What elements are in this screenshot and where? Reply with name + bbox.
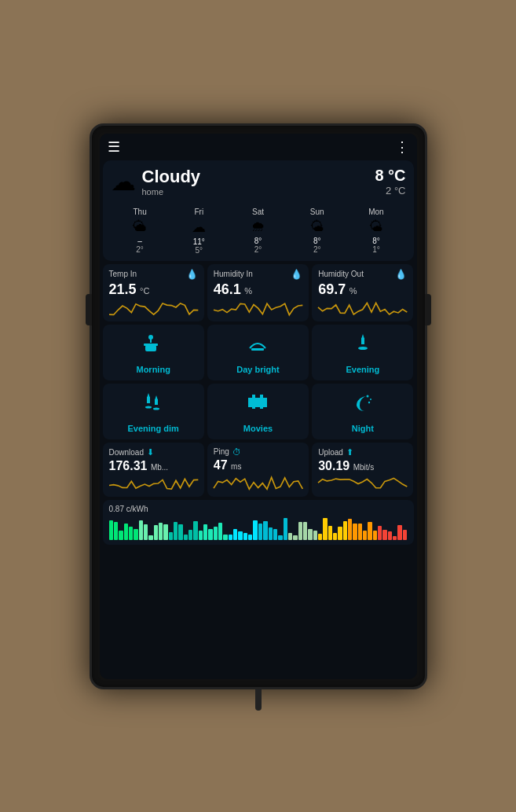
stat-chart [318, 301, 407, 317]
usb-cable [255, 687, 262, 711]
energy-bar [338, 527, 342, 540]
bracket-left [86, 294, 92, 325]
scene-btn-evening[interactable]: Evening [312, 325, 413, 380]
forecast-low: 2° [313, 245, 321, 254]
energy-bar [348, 519, 352, 539]
weather-location: home [142, 187, 201, 197]
stat-icon: 💧 [395, 269, 407, 280]
svg-rect-20 [255, 407, 260, 410]
energy-bar [373, 531, 377, 540]
forecast-icon: 🌤 [310, 219, 324, 235]
stat-label: Humidity Out [318, 270, 364, 278]
stat-unit: °C [140, 286, 149, 296]
weather-condition: Cloudy [142, 167, 201, 187]
forecast-day-name: Sun [310, 208, 324, 216]
tablet-screen: ☰ ⋮ ☁ Cloudy home 8 °C 2 °C Thu 🌥 [100, 134, 417, 679]
forecast-day-name: Fri [194, 208, 203, 216]
stat-card-temp-in: Temp In 💧 21.5 °C [103, 264, 204, 321]
forecast-icon: 🌧 [251, 219, 265, 235]
energy-bar [144, 524, 148, 539]
scene-label-morning: Morning [136, 365, 170, 374]
energy-bar [388, 531, 392, 540]
forecast-high: 11° [193, 237, 205, 246]
energy-bar [258, 524, 262, 540]
energy-bar [114, 522, 118, 539]
net-value: 30.19 [318, 459, 349, 472]
net-icon-ping: ⏱ [232, 447, 241, 457]
stat-label: Temp In [109, 270, 137, 278]
stat-card-humidity-in: Humidity In 💧 46.1 % [207, 264, 309, 321]
stat-value: 69.7 [318, 281, 346, 297]
energy-bar [393, 536, 397, 540]
energy-bar [328, 526, 332, 540]
energy-bar [188, 530, 192, 539]
energy-bar [303, 522, 307, 540]
net-value: 47 [214, 458, 228, 472]
scene-icon-night [352, 391, 374, 419]
net-value: 176.31 [109, 459, 148, 472]
scene-btn-day-bright[interactable]: Day bright [207, 325, 309, 380]
menu-icon[interactable]: ☰ [108, 138, 120, 156]
energy-bar [278, 535, 282, 540]
forecast-low: 5° [196, 246, 203, 255]
energy-bar [139, 520, 143, 540]
energy-bar [248, 535, 252, 540]
energy-bars [109, 516, 408, 540]
forecast-day-mon: Mon 🌤 8° 1° [346, 208, 405, 255]
svg-rect-19 [255, 395, 260, 398]
svg-rect-16 [263, 395, 267, 398]
svg-rect-1 [144, 344, 158, 346]
scene-label-night: Night [352, 424, 374, 433]
forecast-day-thu: Thu 🌥 – 2° [111, 208, 170, 255]
forecast-low: 1° [372, 245, 380, 254]
weather-section: ☁ Cloudy home 8 °C 2 °C Thu 🌥 – 2° Fri ☁… [103, 160, 414, 261]
svg-rect-18 [263, 407, 267, 410]
net-chart [318, 476, 407, 492]
svg-point-10 [145, 406, 152, 408]
energy-bar [403, 530, 407, 539]
energy-bar [333, 533, 337, 540]
forecast-icon: 🌤 [369, 219, 383, 235]
energy-bar [174, 522, 177, 539]
weather-temp-main: 8 °C [375, 167, 405, 185]
stat-card-humidity-out: Humidity Out 💧 69.7 % [312, 264, 413, 321]
stat-value: 21.5 [109, 281, 137, 297]
net-chart [214, 476, 302, 491]
scene-btn-night[interactable]: Night [312, 384, 413, 439]
energy-bar [233, 529, 237, 540]
energy-bar [163, 524, 167, 539]
svg-point-23 [368, 401, 370, 402]
forecast-high: 8° [313, 237, 321, 245]
forecast-day-name: Sat [252, 208, 264, 216]
net-card-download: Download ⬇ 176.31 Mb... [103, 443, 204, 497]
forecast-day-fri: Fri ☁ 11° 5° [170, 208, 229, 255]
energy-bar [169, 532, 173, 540]
energy-bar [218, 523, 222, 539]
energy-bar [184, 535, 188, 540]
energy-bar [243, 533, 247, 540]
weather-temp-secondary: 2 °C [375, 185, 405, 197]
energy-bar [288, 533, 292, 540]
stat-unit: % [349, 286, 357, 296]
energy-bar [308, 529, 312, 539]
energy-bar [368, 522, 371, 540]
scene-label-evening-dim: Evening dim [127, 424, 178, 433]
scene-btn-evening-dim[interactable]: Evening dim [103, 384, 204, 439]
scene-btn-movies[interactable]: Movies [207, 384, 309, 439]
energy-bar [269, 527, 273, 539]
scene-icon-evening [352, 333, 374, 360]
energy-bar [203, 524, 207, 540]
scene-btn-morning[interactable]: Morning [103, 325, 204, 380]
more-icon[interactable]: ⋮ [395, 138, 409, 156]
energy-bar [129, 527, 133, 539]
stat-value: 46.1 [214, 281, 241, 297]
tablet-frame: ☰ ⋮ ☁ Cloudy home 8 °C 2 °C Thu 🌥 [90, 123, 427, 689]
energy-bar [323, 518, 327, 539]
energy-bar [313, 531, 317, 540]
svg-rect-15 [248, 395, 252, 398]
energy-bar [178, 524, 182, 540]
forecast-day-sat: Sat 🌧 8° 2° [229, 208, 287, 255]
forecast-day-sun: Sun 🌤 8° 2° [287, 208, 346, 255]
net-label: Upload [318, 448, 343, 457]
net-unit: ms [231, 462, 241, 471]
